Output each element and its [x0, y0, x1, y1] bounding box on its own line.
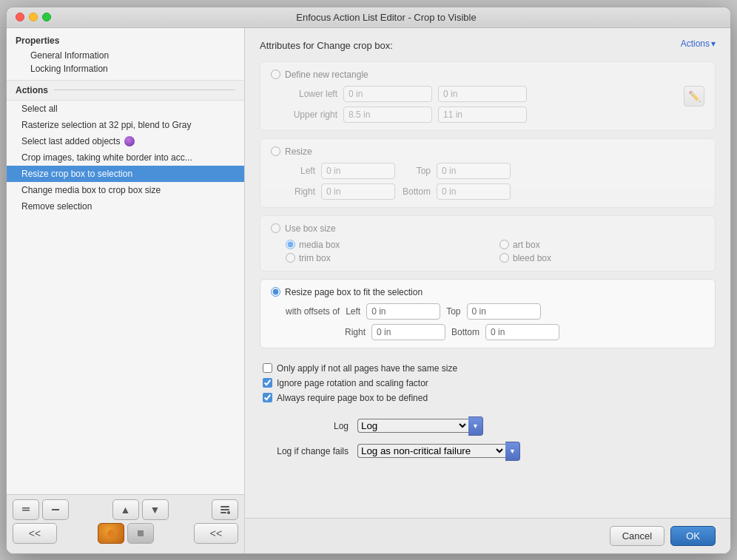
action-item-select-all[interactable]: Select all [7, 101, 244, 117]
pencil-button[interactable]: ✏️ [684, 86, 704, 107]
ok-button[interactable]: OK [670, 526, 716, 546]
lower-left-x-input[interactable] [343, 86, 432, 102]
sidebar: Properties General Information Locking I… [7, 28, 245, 553]
define-rectangle-radio[interactable] [271, 70, 280, 79]
orange-button[interactable] [98, 523, 124, 544]
trim-box-radio-label[interactable]: trim box [286, 253, 491, 263]
resize-top-input[interactable] [437, 163, 511, 179]
maximize-button[interactable] [42, 13, 51, 21]
action-item-crop-images[interactable]: Crop images, taking white border into ac… [7, 149, 244, 166]
trim-box-radio[interactable] [286, 253, 295, 263]
log-fails-select[interactable]: Log as non-critical failure Log as error… [357, 444, 505, 458]
resize-radio-label[interactable]: Resize [271, 146, 704, 157]
action-label: Change media box to crop box size [21, 185, 161, 195]
menu-button[interactable] [212, 499, 238, 520]
traffic-lights [16, 13, 51, 21]
use-box-size-radio[interactable] [271, 223, 280, 233]
checkbox-always-require[interactable] [263, 393, 272, 402]
action-label: Select last added objects [21, 136, 120, 146]
sidebar-item-locking[interactable]: Locking Information [16, 62, 235, 75]
resize-radio[interactable] [271, 146, 280, 156]
action-item-rasterize[interactable]: Rasterize selection at 32 ppi, blend to … [7, 117, 244, 133]
prev-button[interactable]: << [13, 523, 57, 544]
svg-rect-4 [221, 509, 229, 510]
resize-bottom-input[interactable] [437, 183, 511, 200]
action-item-select-last[interactable]: Select last added objects [7, 133, 244, 149]
lower-left-y-input[interactable] [438, 86, 527, 102]
resize-top-label: Top [401, 166, 431, 176]
action-item-change-media[interactable]: Change media box to crop box size [7, 182, 244, 198]
checkbox-same-size-label[interactable]: Only apply if not all pages have the sam… [263, 363, 716, 374]
define-rectangle-radio-label[interactable]: Define new rectangle [271, 70, 704, 80]
close-button[interactable] [16, 13, 24, 21]
panel-title: Attributes for Change crop box: [260, 40, 716, 51]
log-fails-select-combo: Log as non-critical failure Log as error… [357, 442, 520, 461]
checkbox-same-size[interactable] [263, 363, 272, 373]
svg-point-7 [107, 530, 115, 537]
define-rectangle-group: Define new rectangle Lower left Upper ri… [260, 61, 716, 131]
resize-page-radio[interactable] [271, 287, 280, 297]
log-select-combo: Log Don't log Log as error ▼ [357, 416, 483, 436]
window-title: Enfocus Action List Editor - Crop to Vis… [51, 12, 721, 23]
media-box-radio[interactable] [286, 240, 295, 249]
upper-right-y-input[interactable] [438, 107, 527, 123]
main-panel-container: Attributes for Change crop box: Actions … [245, 28, 730, 553]
add-button[interactable] [13, 499, 39, 520]
media-box-radio-label[interactable]: media box [286, 240, 491, 250]
remove-button[interactable] [42, 499, 69, 520]
offset-right-input[interactable] [371, 324, 445, 340]
offset-left-input[interactable] [366, 303, 440, 320]
resize-page-group: Resize page box to fit the selection wit… [260, 279, 716, 348]
gray-square-button[interactable] [127, 523, 154, 544]
use-box-size-label: Use box size [285, 223, 336, 234]
action-item-resize-crop[interactable]: Resize crop box to selection [7, 166, 244, 182]
checkbox-ignore-rotation-text: Ignore page rotation and scaling factor [277, 378, 428, 388]
checkboxes-section: Only apply if not all pages have the sam… [260, 363, 716, 408]
move-down-button[interactable]: ▼ [142, 499, 169, 520]
sidebar-item-general[interactable]: General Information [16, 49, 235, 62]
upper-right-x-input[interactable] [343, 107, 432, 123]
move-up-button[interactable]: ▲ [112, 499, 139, 520]
trim-box-label: trim box [299, 253, 331, 263]
use-box-size-radio-label[interactable]: Use box size [271, 223, 704, 234]
sidebar-toolbar: ▲ ▼ << [7, 494, 244, 553]
log-if-fails-row: Log if change fails Log as non-critical … [260, 442, 716, 461]
resize-page-label: Resize page box to fit the selection [285, 287, 423, 297]
properties-title: Properties [16, 36, 235, 46]
svg-rect-5 [221, 512, 226, 513]
actions-menu-button[interactable]: Actions ▾ [681, 38, 716, 49]
checkbox-ignore-rotation-label[interactable]: Ignore page rotation and scaling factor [263, 378, 716, 388]
offset-top-input[interactable] [467, 303, 541, 320]
define-rectangle-label: Define new rectangle [285, 70, 368, 80]
use-box-size-group: Use box size media box art box [260, 215, 716, 271]
art-box-radio[interactable] [499, 240, 509, 249]
art-box-label: art box [513, 240, 540, 250]
next-button[interactable]: << [194, 523, 238, 544]
box-radios: media box art box trim box bleed bo [286, 240, 704, 263]
action-item-remove-selection[interactable]: Remove selection [7, 198, 244, 215]
titlebar: Enfocus Action List Editor - Crop to Vis… [7, 7, 730, 28]
checkbox-always-require-label[interactable]: Always require page box to be defined [263, 393, 716, 403]
action-label: Resize crop box to selection [21, 169, 132, 179]
svg-rect-2 [52, 509, 59, 510]
offset-right-label: Right [345, 327, 366, 337]
bleed-box-radio[interactable] [499, 253, 509, 263]
log-select-arrow[interactable]: ▼ [468, 416, 483, 436]
art-box-radio-label[interactable]: art box [499, 240, 704, 250]
log-fails-select-arrow[interactable]: ▼ [505, 442, 520, 461]
resize-page-radio-label[interactable]: Resize page box to fit the selection [271, 287, 704, 297]
actions-section: Actions Select all Rasterize selection a… [7, 81, 244, 494]
svg-rect-3 [221, 506, 229, 507]
cancel-button[interactable]: Cancel [610, 526, 664, 546]
checkbox-ignore-rotation[interactable] [263, 378, 272, 388]
resize-right-input[interactable] [321, 183, 395, 200]
minimize-button[interactable] [29, 13, 38, 21]
bleed-box-label: bleed box [513, 253, 551, 263]
log-select[interactable]: Log Don't log Log as error [357, 419, 468, 433]
toolbar-row-1: ▲ ▼ [13, 499, 238, 520]
bleed-box-radio-label[interactable]: bleed box [499, 253, 704, 263]
offset-bottom-input[interactable] [485, 324, 559, 340]
offset-left-label: Left [346, 306, 360, 317]
resize-right-label: Right [286, 186, 315, 197]
resize-left-input[interactable] [321, 163, 395, 179]
